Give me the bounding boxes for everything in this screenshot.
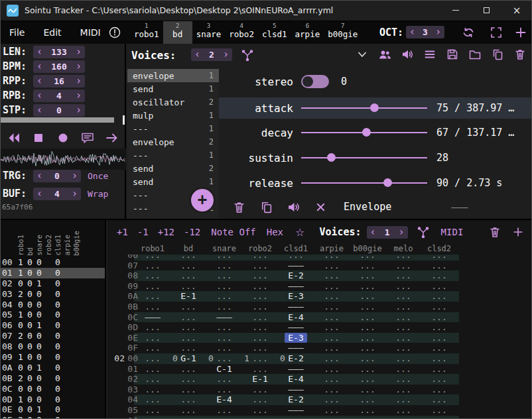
order-cell-bd[interactable]: 0 — [25, 310, 34, 320]
pattern-cell-clsd2[interactable]: ... — [421, 281, 457, 292]
pattern-cell-arpie[interactable]: ... — [314, 302, 350, 312]
pattern-cell-clsd1[interactable]: ——— — [278, 281, 314, 292]
pattern-cell-melo[interactable]: ... — [385, 353, 421, 364]
alert-icon[interactable] — [108, 26, 121, 39]
pattern-cell-robo1[interactable]: ... — [135, 364, 170, 375]
pattern-cell-melo[interactable]: ... — [385, 416, 421, 419]
pattern-cell-bd[interactable]: ... — [170, 364, 206, 375]
pattern-cell-clsd2[interactable]: ... — [421, 302, 457, 312]
pattern-cell-robo2[interactable]: ... — [242, 281, 278, 292]
pattern-cell-robo1[interactable]: ... — [135, 302, 170, 312]
track-header-arpie[interactable]: arpie — [314, 244, 350, 253]
rows-per-pattern-stepper[interactable]: ‹16› — [33, 75, 85, 88]
instrument-tab-clsd1[interactable]: 5clsd1 — [258, 21, 291, 44]
star-icon[interactable]: ☆ — [295, 226, 304, 239]
pattern-cell-snare[interactable]: ... — [206, 405, 242, 416]
order-row[interactable]: 0F2000 — [0, 415, 105, 419]
midi-button[interactable]: MIDI — [441, 227, 464, 237]
order-cell-bd[interactable]: 0 — [25, 373, 34, 384]
order-cell-snare[interactable]: 0 — [34, 384, 44, 394]
scrollbar-thumb[interactable] — [123, 115, 125, 125]
pattern-cell-robo1[interactable]: ... — [135, 322, 170, 333]
trigger-stepper-increment[interactable]: › — [72, 171, 78, 181]
order-cell-robo1[interactable]: 0 — [16, 320, 25, 331]
pattern-cell-snare[interactable]: ... — [206, 270, 242, 281]
pattern-cell-clsd2[interactable]: ... — [421, 291, 457, 302]
pattern-cell-melo[interactable]: ... — [385, 261, 421, 271]
pattern-cell-melo[interactable]: ... — [385, 255, 421, 261]
octave-stepper[interactable]: ‹3› — [406, 26, 444, 38]
pattern-cell-snare[interactable]: ... — [206, 281, 242, 292]
pattern-cell-bd[interactable]: ... — [170, 270, 206, 281]
pattern-cell-b00gie[interactable]: ... — [350, 281, 385, 292]
pattern-cell-arpie[interactable]: ... — [314, 394, 350, 405]
pattern-cell-clsd1[interactable]: ——— — [278, 343, 314, 353]
order-cell-bd[interactable]: 0 — [25, 331, 34, 341]
pattern-cell-clsd1[interactable]: E-4 — [278, 374, 314, 385]
pattern-cell-snare[interactable]: C-1 — [206, 364, 242, 375]
pattern-cell-arpie[interactable]: ... — [314, 333, 350, 343]
pattern-cell-bd[interactable]: ... — [170, 405, 206, 416]
pattern-cell-robo1[interactable]: ... — [135, 291, 170, 302]
pattern-cell-arpie[interactable]: ... — [314, 291, 350, 302]
order-cell-bd[interactable]: 0 — [25, 320, 34, 331]
delete-unit-icon[interactable] — [232, 200, 246, 214]
unit-item-oscillator[interactable]: oscillator2 — [127, 95, 219, 109]
pattern-cell-arpie[interactable]: ... — [314, 385, 350, 395]
track-header-bd[interactable]: bd — [170, 244, 206, 253]
pattern-voices-stepper-increment[interactable]: › — [399, 227, 405, 237]
track-header-snare[interactable]: snare — [206, 244, 242, 253]
buffer-stepper-increment[interactable]: › — [72, 189, 78, 199]
delete-pattern-icon[interactable] — [488, 225, 501, 239]
order-cell-clsd1[interactable]: 0 — [53, 394, 62, 405]
pattern-cell-bd[interactable]: ... — [170, 281, 206, 292]
buffer-stepper[interactable]: ‹4› — [33, 188, 81, 200]
menu-midi[interactable]: MIDI — [71, 27, 110, 38]
add-track-icon[interactable] — [512, 226, 524, 238]
pattern-cell-clsd2[interactable]: ... — [421, 353, 457, 364]
pattern-cell-clsd2[interactable]: ... — [421, 261, 457, 271]
track-header-melo[interactable]: melo — [385, 244, 421, 253]
pattern-cell-clsd1[interactable]: ——— — [278, 385, 314, 395]
voices-stepper[interactable]: ‹2› — [191, 48, 232, 61]
unit-comment[interactable]: ——— — [451, 202, 468, 212]
order-cell-snare[interactable]: 0 — [34, 289, 44, 300]
song-length-stepper-increment[interactable]: › — [76, 47, 82, 57]
instrument-tab-robo1[interactable]: 1robo1 — [130, 21, 163, 44]
slider-knob[interactable] — [362, 128, 371, 137]
pattern-cell-melo[interactable]: ... — [385, 394, 421, 405]
unit-item-[interactable]: ---1 — [127, 149, 219, 162]
order-cell-bd[interactable]: 0 — [25, 415, 34, 419]
order-cell-clsd1[interactable]: 0 — [53, 415, 62, 419]
pattern-cell-b00gie[interactable]: ... — [350, 416, 385, 419]
pattern-cell-arpie[interactable]: ... — [314, 322, 350, 333]
order-cell-bd[interactable]: 0 — [25, 278, 34, 289]
polyphony-icon[interactable] — [240, 48, 253, 62]
rows-per-beat-stepper[interactable]: ‹4› — [33, 90, 85, 102]
pattern-cell-b00gie[interactable]: ... — [350, 353, 385, 364]
pattern-cell-snare[interactable]: ... — [206, 255, 242, 261]
pattern-cell-robo2[interactable]: ... — [242, 394, 278, 405]
note-off-button[interactable]: Note Off — [211, 227, 255, 237]
pattern-cell-bd[interactable]: ... — [170, 302, 206, 312]
transpose-up-12-button[interactable]: +12 — [158, 227, 174, 237]
order-cell-bd[interactable]: 0 — [25, 404, 34, 415]
pattern-cell-b00gie[interactable]: ... — [350, 322, 385, 333]
maximize-button[interactable] — [471, 0, 501, 21]
pattern-cell-melo[interactable]: ... — [385, 343, 421, 353]
order-cell-bd[interactable]: 0 — [25, 352, 34, 363]
fullscreen-icon[interactable] — [490, 26, 503, 39]
pattern-cell-bd[interactable]: ... — [170, 416, 206, 419]
pattern-cell-robo2[interactable]: ... — [242, 312, 278, 323]
track-header-b00gie[interactable]: b00gie — [350, 244, 385, 253]
pattern-cell-bd[interactable]: ... — [170, 312, 206, 323]
order-cell-clsd1[interactable]: 0 — [53, 257, 62, 268]
pattern-cell-melo[interactable]: ... — [385, 312, 421, 323]
order-cell-robo1[interactable]: 2 — [16, 331, 25, 341]
disable-unit-icon[interactable] — [314, 200, 328, 214]
buffer-stepper-decrement[interactable]: ‹ — [36, 189, 42, 199]
order-cell-bd[interactable]: 0 — [25, 363, 34, 373]
pattern-cell-clsd1[interactable]: ——— — [278, 302, 314, 312]
menu-file[interactable]: File — [0, 27, 34, 38]
order-cell-robo1[interactable]: 1 — [16, 257, 25, 268]
